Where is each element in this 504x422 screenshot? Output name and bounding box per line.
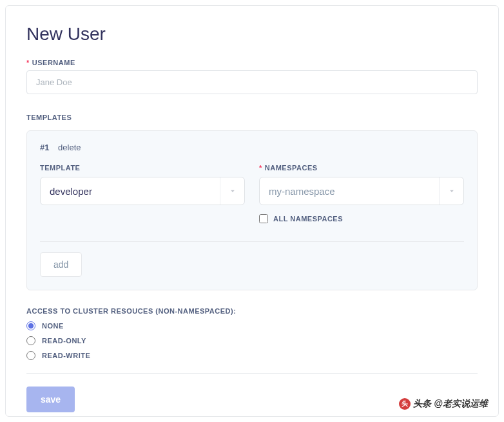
namespaces-select[interactable]: my-namespace [259, 177, 464, 205]
template-row-header: #1 delete [40, 143, 464, 152]
templates-box: #1 delete TEMPLATE developer *NAMESPACES… [26, 130, 478, 290]
required-star-icon: * [26, 59, 30, 66]
access-option-none[interactable]: NONE [26, 321, 478, 330]
template-column: TEMPLATE developer [40, 164, 245, 223]
all-namespaces-checkbox-row[interactable]: ALL NAMESPACES [259, 214, 464, 223]
username-label: *USERNAME [26, 59, 478, 66]
access-radio-read-only[interactable] [26, 336, 35, 345]
all-namespaces-label: ALL NAMESPACES [273, 215, 343, 223]
username-input[interactable] [26, 70, 478, 94]
divider [26, 373, 478, 374]
page-title: New User [26, 24, 478, 45]
delete-template-link[interactable]: delete [58, 143, 81, 152]
save-button[interactable]: save [26, 387, 75, 412]
access-radio-read-write[interactable] [26, 351, 35, 360]
templates-heading: TEMPLATES [26, 114, 478, 121]
template-label: TEMPLATE [40, 164, 245, 172]
namespaces-column: *NAMESPACES my-namespace ALL NAMESPACES [259, 164, 464, 223]
add-template-button[interactable]: add [40, 252, 82, 277]
access-radio-none[interactable] [26, 321, 35, 330]
namespaces-label: *NAMESPACES [259, 164, 464, 172]
access-heading: ACCESS TO CLUSTER RESOUCES (NON-NAMESPAC… [26, 307, 478, 315]
access-option-read-write[interactable]: READ-WRITE [26, 351, 478, 360]
new-user-card: New User *USERNAME TEMPLATES #1 delete T… [5, 5, 499, 417]
divider [40, 241, 464, 242]
template-select[interactable]: developer [40, 177, 245, 205]
template-index: #1 [40, 143, 49, 152]
required-star-icon: * [259, 164, 262, 172]
all-namespaces-checkbox[interactable] [259, 214, 268, 223]
access-option-read-only[interactable]: READ-ONLY [26, 336, 478, 345]
watermark: 头 头条 @老实说运维 [399, 398, 488, 410]
template-select-value: developer [41, 177, 220, 205]
chevron-down-icon [439, 177, 463, 205]
chevron-down-icon [220, 177, 244, 205]
watermark-logo-icon: 头 [399, 398, 411, 410]
namespaces-select-value: my-namespace [260, 177, 439, 205]
